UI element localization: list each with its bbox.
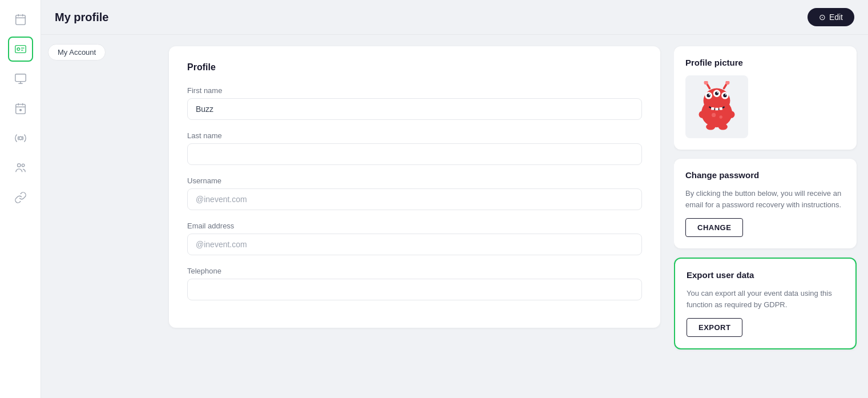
svg-point-41 [712,113,716,117]
svg-point-27 [709,94,710,95]
event-calendar-icon[interactable] [8,96,33,121]
username-input[interactable] [187,188,642,210]
page-title: My profile [55,11,108,24]
profile-picture-card: Profile picture [674,46,857,150]
svg-point-29 [725,94,726,95]
username-label: Username [187,176,642,185]
svg-point-16 [19,136,22,140]
telephone-input[interactable] [187,279,642,300]
monitor-icon[interactable] [8,66,33,91]
profile-picture-title: Profile picture [685,58,845,67]
center-panel: Profile First name Last name Username Em… [155,35,674,398]
svg-rect-8 [15,74,25,82]
profile-section-title: Profile [187,62,642,73]
svg-point-24 [706,94,710,97]
change-password-description: By clicking the button below, you will r… [685,188,845,210]
first-name-label: First name [187,86,642,95]
my-account-nav[interactable]: My Account [48,44,106,61]
svg-point-39 [706,124,715,130]
svg-point-18 [22,164,25,167]
page-header: My profile ⊙ Edit [41,0,868,35]
avatar-image [691,81,742,132]
integrations-icon[interactable] [8,126,33,151]
svg-point-38 [728,111,735,118]
last-name-label: Last name [187,131,642,140]
content-area: My Account Profile First name Last name … [41,35,868,398]
svg-point-17 [17,164,21,167]
email-group: Email address [187,222,642,255]
first-name-group: First name [187,86,642,120]
export-data-card: Export user data You can export all your… [674,258,857,349]
main-wrapper: My profile ⊙ Edit My Account Profile Fir… [41,0,868,398]
left-panel: My Account [41,35,155,398]
sidebar [0,0,41,398]
link-icon[interactable] [8,185,33,210]
export-data-description: You can export all your event data using… [687,288,844,310]
calendar-icon[interactable] [8,7,33,32]
svg-point-25 [715,91,718,95]
edit-button[interactable]: ⊙ Edit [808,8,854,26]
export-data-button[interactable]: EXPORT [687,318,742,337]
change-password-card: Change password By clicking the button b… [674,159,857,248]
svg-rect-34 [711,107,714,110]
svg-point-5 [17,48,20,51]
profile-card-icon[interactable] [8,37,33,62]
telephone-label: Telephone [187,267,642,275]
first-name-input[interactable] [187,98,642,120]
svg-point-42 [720,115,722,118]
edit-icon: ⊙ [819,13,826,22]
svg-rect-0 [15,15,25,25]
svg-rect-35 [715,108,718,111]
telephone-group: Telephone [187,267,642,300]
profile-card: Profile First name Last name Username Em… [169,46,660,328]
svg-point-40 [718,124,728,130]
email-input[interactable] [187,234,642,255]
email-label: Email address [187,222,642,230]
profile-picture-container [685,75,748,138]
username-group: Username [187,176,642,210]
svg-rect-36 [720,107,722,110]
change-password-button[interactable]: CHANGE [685,218,743,237]
svg-point-26 [723,94,726,97]
last-name-group: Last name [187,131,642,165]
export-data-title: Export user data [687,270,844,280]
right-panel: Profile picture [674,35,868,398]
svg-point-15 [19,109,21,111]
svg-point-37 [699,111,706,118]
svg-point-28 [717,92,718,93]
change-password-title: Change password [685,170,845,180]
last-name-input[interactable] [187,143,642,165]
people-icon[interactable] [8,155,33,180]
